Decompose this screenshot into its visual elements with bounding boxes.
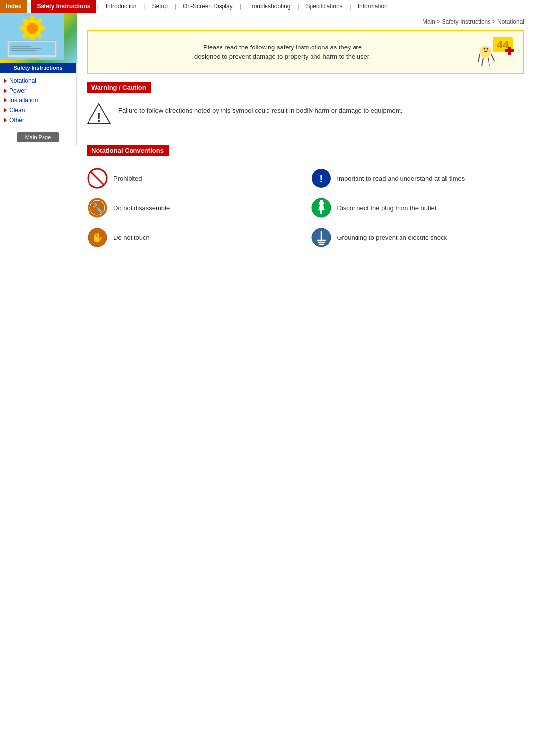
notational-item-important: ! Important to read and understand at al… xyxy=(311,167,525,189)
sidebar-label: Safety Instructions xyxy=(0,63,76,73)
svg-line-26 xyxy=(482,58,483,66)
top-navigation: Index | Safety Instructions | Introducti… xyxy=(0,0,534,13)
no-touch-label: Do not touch xyxy=(113,234,150,241)
sidebar-image xyxy=(0,13,77,63)
sidebar-menu: Notational Power Installation Clean Othe… xyxy=(0,73,76,128)
arrow-icon xyxy=(4,108,7,113)
svg-text:✋: ✋ xyxy=(91,232,104,243)
svg-text:44: 44 xyxy=(497,38,509,50)
breadcrumb: Main > Safety Instructions > Notational xyxy=(87,18,524,25)
svg-line-24 xyxy=(478,54,480,62)
disconnect-label: Disconnect the plug from the outlet xyxy=(337,204,437,212)
nav-sep-4: | xyxy=(174,0,177,13)
svg-line-25 xyxy=(491,54,494,61)
monitor-svg xyxy=(0,13,64,60)
svg-text:!: ! xyxy=(319,172,323,185)
nav-sep-2: | xyxy=(96,0,100,13)
svg-rect-16 xyxy=(11,48,41,49)
nav-osd[interactable]: On-Screen Display xyxy=(177,0,239,13)
svg-point-3 xyxy=(30,15,35,23)
nav-information[interactable]: Information xyxy=(352,0,394,13)
notational-grid: Prohibited ! Important to read and under… xyxy=(87,167,524,248)
nav-setup[interactable]: Setup xyxy=(146,0,173,13)
intro-text: Please read the following safety instruc… xyxy=(95,43,470,62)
sidebar-item-other[interactable]: Other xyxy=(0,115,76,125)
svg-point-7 xyxy=(30,33,35,41)
prohibited-icon xyxy=(87,167,108,189)
nav-sep-3: | xyxy=(142,0,146,13)
svg-rect-43 xyxy=(318,209,325,210)
arrow-icon xyxy=(4,78,7,83)
notational-item-no-touch: ✋ Do not touch xyxy=(87,227,301,248)
svg-rect-21 xyxy=(508,47,511,55)
nav-specifications[interactable]: Specifications xyxy=(300,0,349,13)
intro-illustration: 44 xyxy=(476,37,515,67)
svg-point-5 xyxy=(37,26,45,31)
warning-section: Warning / Caution ! Failure to follow di… xyxy=(87,82,524,135)
warning-content: ! Failure to follow directions noted by … xyxy=(87,98,524,135)
notational-section: Notational Conventions Prohibited ! xyxy=(87,145,524,248)
nav-safety-instructions[interactable]: Safety Instructions xyxy=(31,0,96,13)
grounding-icon xyxy=(311,227,332,248)
svg-text:🔧: 🔧 xyxy=(92,203,103,214)
disconnect-icon xyxy=(311,197,332,219)
no-disassemble-label: Do not disassemble xyxy=(113,204,170,212)
sidebar-item-clean[interactable]: Clean xyxy=(0,105,76,115)
no-disassemble-icon: 🔧 xyxy=(87,197,108,219)
main-content: Main > Safety Instructions > Notational … xyxy=(77,13,534,253)
sidebar-item-power[interactable]: Power xyxy=(0,86,76,95)
prohibited-label: Prohibited xyxy=(113,175,142,182)
svg-point-46 xyxy=(322,205,324,206)
svg-line-33 xyxy=(90,171,104,185)
notational-item-disconnect: Disconnect the plug from the outlet xyxy=(311,197,525,219)
nav-index[interactable]: Index xyxy=(0,0,27,13)
nav-sep-5: | xyxy=(239,0,242,13)
sidebar-item-notational[interactable]: Notational xyxy=(0,76,76,86)
svg-line-27 xyxy=(488,58,490,66)
svg-point-29 xyxy=(487,48,488,50)
svg-rect-17 xyxy=(11,50,36,51)
main-layout: Safety Instructions Notational Power Ins… xyxy=(0,13,534,253)
important-icon: ! xyxy=(311,167,332,189)
svg-rect-42 xyxy=(321,200,323,203)
notational-item-grounding: Grounding to prevent an electric shock xyxy=(311,227,525,248)
svg-rect-44 xyxy=(320,210,322,214)
svg-text:!: ! xyxy=(97,110,101,125)
svg-point-28 xyxy=(484,48,485,50)
sidebar: Safety Instructions Notational Power Ins… xyxy=(0,13,77,146)
svg-point-9 xyxy=(19,26,27,31)
no-touch-icon: ✋ xyxy=(87,227,108,248)
notational-header: Notational Conventions xyxy=(87,145,169,156)
arrow-icon xyxy=(4,88,7,93)
arrow-icon xyxy=(4,98,7,103)
nav-sep-6: | xyxy=(296,0,300,13)
warning-header: Warning / Caution xyxy=(87,82,151,93)
robot-svg: 44 xyxy=(476,37,515,67)
nav-sep-1: | xyxy=(27,0,31,13)
notational-item-no-disassemble: 🔧 Do not disassemble xyxy=(87,197,301,219)
notational-item-prohibited: Prohibited xyxy=(87,167,301,189)
nav-sep-7: | xyxy=(349,0,352,13)
svg-rect-15 xyxy=(11,46,31,47)
sidebar-item-installation[interactable]: Installation xyxy=(0,95,76,105)
grounding-label: Grounding to prevent an electric shock xyxy=(337,234,447,241)
arrow-icon xyxy=(4,118,7,123)
intro-banner: Please read the following safety instruc… xyxy=(87,30,524,74)
svg-rect-14 xyxy=(26,59,39,60)
svg-rect-41 xyxy=(320,200,321,203)
warning-text: Failure to follow directions noted by th… xyxy=(118,102,402,116)
warning-triangle-icon: ! xyxy=(87,102,111,127)
svg-point-45 xyxy=(318,205,320,206)
nav-introduction[interactable]: Introduction xyxy=(100,0,143,13)
nav-troubleshooting[interactable]: Troubleshooting xyxy=(242,0,297,13)
important-label: Important to read and understand at all … xyxy=(337,175,465,182)
main-page-button[interactable]: Main Page xyxy=(17,132,59,142)
